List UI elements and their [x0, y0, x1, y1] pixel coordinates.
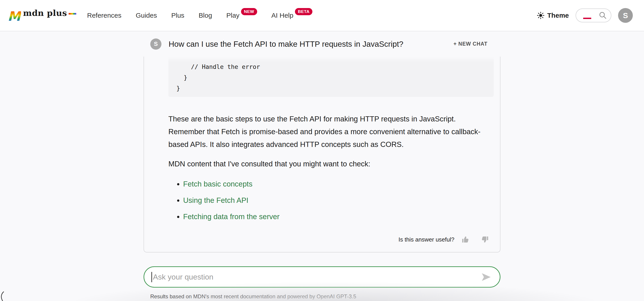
- theme-toggle-button[interactable]: Theme: [537, 12, 569, 19]
- search-input[interactable]: [576, 8, 611, 22]
- send-icon: [481, 272, 491, 282]
- new-chat-button[interactable]: + NEW CHAT: [452, 41, 489, 47]
- logo-underscore: [69, 13, 76, 14]
- user-avatar[interactable]: S: [618, 8, 633, 23]
- thumbs-up-icon: [462, 236, 470, 244]
- nav-item-ai-help[interactable]: AI Help BETA: [272, 12, 312, 19]
- question-input[interactable]: Ask your question: [144, 266, 500, 288]
- theme-label: Theme: [547, 12, 569, 19]
- header-right: Theme S: [537, 8, 633, 23]
- nav-item-guides[interactable]: Guides: [136, 12, 157, 19]
- list-item: Fetching data from the server: [183, 210, 494, 223]
- mdn-plus-logo[interactable]: M mdn plus: [8, 8, 76, 23]
- answer-paragraph: These are the basic steps to use the Fet…: [168, 112, 494, 151]
- nav-item-references[interactable]: References: [87, 12, 121, 19]
- nav-item-blog[interactable]: Blog: [198, 12, 212, 19]
- nav-item-plus[interactable]: Plus: [171, 12, 184, 19]
- search-cursor: [583, 18, 591, 19]
- ai-help-main: S How can I use the Fetch API to make HT…: [0, 31, 644, 300]
- beta-badge: BETA: [295, 8, 312, 15]
- question-row: S How can I use the Fetch API to make HT…: [144, 31, 500, 56]
- question-text: How can I use the Fetch API to make HTTP…: [168, 40, 404, 48]
- text-caret: [152, 272, 152, 282]
- search-icon: [598, 11, 607, 20]
- code-block: // Handle the error } }: [168, 56, 494, 97]
- main-nav: References Guides Plus Blog Play NEW AI …: [87, 12, 312, 19]
- question-avatar: S: [150, 38, 162, 50]
- thumbs-down-icon: [481, 236, 489, 244]
- logo-wordmark: mdn plus: [23, 8, 67, 18]
- list-item: Fetch basic concepts: [183, 178, 494, 190]
- nav-item-play[interactable]: Play NEW: [226, 12, 257, 19]
- mdn-m-icon: M: [8, 8, 21, 23]
- doc-link-fetch-basic-concepts[interactable]: Fetch basic concepts: [183, 180, 252, 188]
- thumbs-down-button[interactable]: [481, 236, 489, 244]
- feedback-label: Is this answer useful?: [398, 236, 454, 243]
- new-badge: NEW: [241, 8, 257, 15]
- answer-card: // Handle the error } } These are the ba…: [144, 56, 500, 252]
- consulted-doc-links: Fetch basic concepts Using the Fetch API…: [168, 178, 494, 223]
- send-button[interactable]: [481, 272, 491, 282]
- feedback-row: Is this answer useful?: [168, 236, 494, 244]
- answer-paragraph-sources-intro: MDN content that I've consulted that you…: [168, 158, 494, 170]
- doc-link-fetching-data-from-server[interactable]: Fetching data from the server: [183, 212, 280, 221]
- list-item: Using the Fetch API: [183, 194, 494, 207]
- composer-footnote: Results based on MDN's most recent docum…: [150, 294, 500, 300]
- question-input-placeholder: Ask your question: [153, 272, 213, 281]
- doc-link-using-the-fetch-api[interactable]: Using the Fetch API: [183, 196, 248, 204]
- svg-text:M: M: [8, 9, 21, 23]
- thumbs-up-button[interactable]: [462, 236, 470, 244]
- site-header: M mdn plus References Guides Plus Blog P…: [0, 0, 644, 31]
- sun-icon: [537, 12, 544, 19]
